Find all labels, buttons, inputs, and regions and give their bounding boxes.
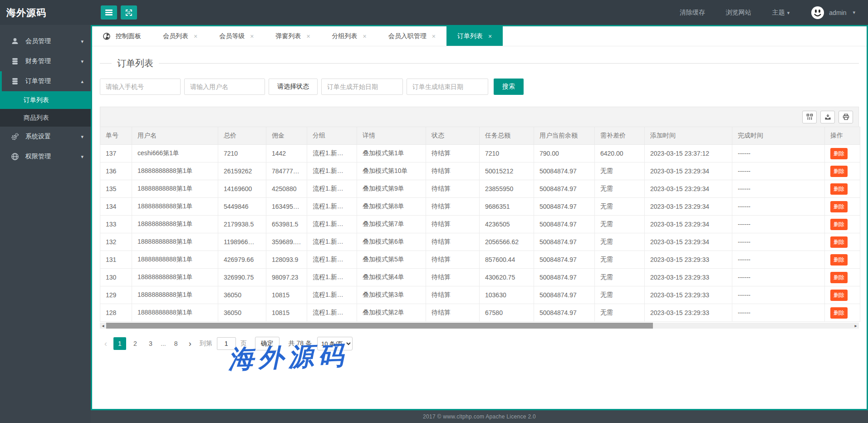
actions-cell: 删除 [825,286,860,304]
search-button[interactable]: 搜索 [494,79,524,95]
confirm-button[interactable]: 确定 [255,337,280,350]
dashboard-icon [103,33,110,40]
printer-icon [843,113,849,120]
theme-menu[interactable]: 主题▾ [772,9,790,17]
sidebar-subitem-product-list[interactable]: 商品列表 [0,109,91,127]
delete-button[interactable]: 删除 [830,236,848,248]
scroll-right-icon[interactable]: ▸ [853,323,859,329]
table-cell: 50084874.97 [534,286,595,304]
total-count-label: 共 78 条 [289,339,312,348]
filter-bar: 请选择状态 搜索 [100,79,859,95]
print-button[interactable] [839,111,853,123]
delete-button[interactable]: 删除 [830,219,848,230]
clear-cache-link[interactable]: 清除缓存 [680,9,705,17]
tab-member-list[interactable]: 会员列表× [152,26,208,46]
delete-button[interactable]: 删除 [830,166,848,177]
main-bordered: 控制面板 会员列表× 会员等级× 弹窗列表× 分组列表× 会员入职管理× 订单列… [91,25,868,410]
avatar [810,5,825,20]
table-cell: 流程1.新… [307,216,357,233]
table-cell: 待结算 [426,286,480,304]
column-header: 需补差价 [595,127,645,145]
tab-member-level[interactable]: 会员等级× [208,26,265,46]
horizontal-scrollbar[interactable]: ◂ ▸ [100,323,859,329]
page-number[interactable]: 1 [113,337,126,350]
columns-toggle-button[interactable] [802,111,817,123]
sidebar-item-finance[interactable]: 财务管理 ▾ [0,51,91,71]
tab-label: 会员等级 [219,32,245,40]
close-icon[interactable]: × [194,33,197,40]
start-date-input[interactable] [321,79,403,95]
chevron-up-icon: ▴ [81,79,83,84]
fullscreen-button[interactable] [121,5,137,20]
sidebar-item-members[interactable]: 会员管理 ▾ [0,31,91,51]
table-cell: 叠加模式第4单 [357,269,426,286]
tab-dashboard[interactable]: 控制面板 [92,26,152,46]
chevron-down-icon: ▾ [787,10,790,15]
sidebar-subitem-order-list[interactable]: 订单列表 [0,91,91,109]
tab-popup-list[interactable]: 弹窗列表× [265,26,321,46]
close-icon[interactable]: × [432,33,436,40]
scrollbar-thumb[interactable] [106,323,653,329]
tab-label: 弹窗列表 [275,32,301,40]
delete-button[interactable]: 删除 [830,201,848,212]
sidebar-item-label: 系统设置 [25,133,51,141]
page-number[interactable]: 8 [170,337,182,350]
sidebar-toggle-button[interactable] [101,5,117,20]
user-menu[interactable]: admin ▾ [810,5,855,20]
end-date-input[interactable] [407,79,488,95]
app-root: 海外源码 清除缓存 浏览网站 主题▾ admin ▾ [0,0,868,423]
table-cell: 4250880 [266,180,307,198]
table-row: 13618888888888第1单261592627847778.5流程1.新…… [100,162,860,180]
table-cell: 无需 [595,251,645,269]
browse-site-link[interactable]: 浏览网站 [726,9,751,17]
table-cell: 流程1.新… [307,269,357,286]
tab-label: 订单列表 [457,32,483,40]
table-cell: 2023-03-15 23:29:33 [645,304,732,322]
table-cell: 18888888888第1单 [132,233,218,251]
sidebar: 会员管理 ▾ 财务管理 ▾ 订单管理 ▴ 订单列表 商品列表 [0,25,91,423]
delete-button[interactable]: 删除 [830,272,848,283]
page-number[interactable]: 2 [129,337,142,350]
goto-page-input[interactable] [217,337,236,350]
page-size-select[interactable]: 10 条/页 [317,337,353,350]
scroll-left-icon[interactable]: ◂ [100,323,106,329]
table-row: 13218888888888第1单1198966…359689.84流程1.新…… [100,233,860,251]
table-cell: 134 [100,198,132,216]
delete-button[interactable]: 删除 [830,290,848,301]
table-cell: ------ [732,251,825,269]
sidebar-item-orders[interactable]: 订单管理 ▴ [0,71,91,91]
tab-member-onboarding[interactable]: 会员入职管理× [378,26,446,46]
table-cell: 36050 [218,304,266,322]
next-page-button[interactable]: › [185,339,195,349]
order-table-body: 137ceshi666第1单72101442流程1.新…叠加模式第1单待结算72… [100,145,860,322]
table-cell: 叠加模式第3单 [357,286,426,304]
table-cell: 7210 [480,145,534,162]
table-cell: 50084874.97 [534,304,595,322]
page-number[interactable]: 3 [144,337,157,350]
table-cell: 待结算 [426,198,480,216]
close-icon[interactable]: × [250,33,254,40]
tab-group-list[interactable]: 分组列表× [321,26,378,46]
actions-cell: 删除 [825,251,860,269]
sidebar-item-permissions[interactable]: 权限管理 ▾ [0,147,91,167]
delete-button[interactable]: 删除 [830,254,848,266]
table-cell: 23855950 [480,180,534,198]
delete-button[interactable]: 删除 [830,148,848,159]
close-icon[interactable]: × [488,33,492,40]
close-icon[interactable]: × [363,33,367,40]
tab-order-list[interactable]: 订单列表× [446,26,503,46]
delete-button[interactable]: 删除 [830,307,848,319]
username-input[interactable] [184,79,265,95]
sidebar-item-settings[interactable]: 系统设置 ▾ [0,127,91,147]
table-cell: 叠加模式第10单 [357,162,426,180]
table-cell: 无需 [595,198,645,216]
table-cell: 50084874.97 [534,233,595,251]
close-icon[interactable]: × [306,33,310,40]
table-header-row: 单号用户名总价佣金分组详情状态任务总额用户当前余额需补差价添加时间完成时间操作 [100,127,860,145]
export-button[interactable] [820,111,835,123]
page-list: 123...8 [113,337,182,350]
status-select[interactable]: 请选择状态 [269,79,318,95]
delete-button[interactable]: 删除 [830,183,848,195]
prev-page-button[interactable]: ‹ [101,339,111,349]
phone-input[interactable] [100,79,181,95]
